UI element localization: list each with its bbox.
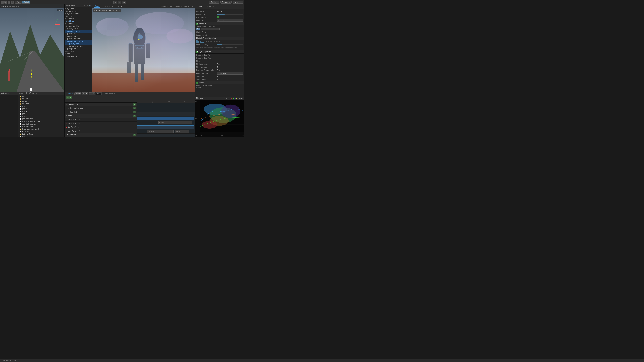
bloom-checkbox[interactable]: ✓ [196,82,198,84]
scene-view[interactable]: Scene ◼ 20 Gizmos ScAll [0,4,64,91]
tl-clearshot-add[interactable]: + [133,111,136,113]
inspector-tab-1[interactable]: Inspector [196,5,206,8]
camera-fov-checkbox[interactable]: ✓ [217,16,219,18]
cam-settings-4[interactable]: ⚙ [79,130,80,132]
hist-min-slider[interactable] [217,55,243,55]
redo-icon[interactable]: ↪ [8,1,10,3]
game-gizmos[interactable]: Gizmos [188,5,193,7]
tl-row-maincam-2[interactable]: Muted [137,120,195,125]
sample-count-slider[interactable] [217,35,243,35]
project-item[interactable]: 📁Prefabs [18,100,64,103]
hierarchy-item[interactable]: Cloud Head [65,20,92,22]
cam-settings-2[interactable]: ⚙ [79,122,80,124]
pause-button[interactable]: ⏸ [118,1,122,4]
project-item[interactable]: 📄post dolly auto red pants [18,120,64,123]
eye-adapt-checkbox[interactable]: ✓ [196,51,198,53]
tl-loop-btn[interactable]: ⟳ [92,92,95,95]
tl-clip-muted-2[interactable]: CM_Feet [147,130,174,133]
project-item[interactable]: 📁Models [18,97,64,100]
cam-settings-1[interactable]: ⚙ [79,119,80,120]
tl-play-btn[interactable]: ▶ [85,92,88,95]
tl-group-cinemachine[interactable]: ▼ Cinemachine + [64,103,136,106]
hierarchy-item[interactable]: ▷ Dolly_auto_ROOT [65,40,92,42]
tl-preview[interactable]: Preview [74,92,81,95]
project-item[interactable]: 📄post 2 [18,108,64,110]
tl-track-maincam-2[interactable]: M MainCamera ⚙ [64,121,136,125]
play-button[interactable]: ▶ [113,1,117,4]
timeline-tab[interactable]: Timeline [66,92,74,95]
game-viewport[interactable]: CM MainCamera: CM_Dolly_auto [92,8,195,91]
project-item[interactable]: 📁Post Processing Stack [18,128,64,130]
collab-button[interactable]: Collab ▼ [209,1,219,3]
tl-tracks-left[interactable]: ▼ Cinemachine + ▶ Cinemachine basic + ▶ … [64,99,137,137]
tl-track-clearshot[interactable]: ▶ Clearshot + [64,110,136,114]
layers-button[interactable]: Layers ▼ [233,1,243,3]
account-button[interactable]: Account ▼ [220,1,232,3]
hierarchy-item[interactable]: Cloud multi [65,17,92,20]
motion-blur-checkbox[interactable]: ✓ [196,23,198,25]
channel-y[interactable]: — [229,97,230,99]
global-button[interactable]: Global [22,1,30,3]
pivot-button[interactable]: Pivot [15,1,22,3]
tl-tracks-right[interactable]: 0 60 120 180 240 300 [137,99,195,137]
channel-b[interactable]: G [234,97,236,99]
hierarchy-item[interactable]: ▷ CM_Dolly 1 [65,27,92,30]
project-item[interactable]: 📄post dolly timeline [18,123,64,125]
hist-max-slider[interactable] [217,58,243,58]
cam-settings-3[interactable]: ⚙ [78,126,79,128]
tl-clip-cmdolly[interactable] [137,125,194,129]
hierarchy-item[interactable]: VirtualCamera1 [65,55,92,58]
hierarchy-item[interactable]: Enviro [65,53,92,55]
project-item[interactable]: 📁Materials [18,95,64,97]
maximize-label[interactable]: Maximize On Play [161,5,173,7]
shutter-full-btn[interactable]: Full [196,28,200,30]
hierarchy-item[interactable]: CM_low close [65,10,92,12]
tl-group-dolly[interactable]: ▼ Dolly + [64,114,136,118]
hierarchy-item[interactable]: Cinemachine dolly [65,25,92,27]
hierarchy-item[interactable]: ▷ Dolly_auto [65,42,92,45]
hierarchy-item[interactable]: CM_wide [65,15,92,17]
project-item[interactable]: 📄post low close [18,125,64,128]
tl-frame-input[interactable] [96,92,102,95]
mute-label[interactable]: Mute Audio [174,5,182,7]
project-item[interactable]: 📄post [18,105,64,108]
tl-track-maincam-1[interactable]: M MainCamera ⚙ [64,118,136,122]
shutter-exposure-btn[interactable]: Exposure time = 100% of ΔT [201,28,220,30]
tl-dolly-add[interactable]: + [133,115,136,117]
tl-basic-add[interactable]: + [133,107,136,109]
shutter-angle-slider[interactable] [217,32,243,32]
step-button[interactable]: ⏭ [122,1,126,4]
menu-icon[interactable]: ☰ [1,1,4,3]
hierarchy-item[interactable]: ▷ TIMELINE_dolly [65,45,92,48]
tl-clip-muted-3[interactable]: Muted [175,130,189,133]
hierarchy-item[interactable]: Cloud Wide [65,22,92,25]
tl-track-cinemachine-basic[interactable]: ▶ Cinemachine basic + [64,106,136,110]
tl-prev-btn[interactable]: ⏮ [82,92,85,95]
project-item[interactable]: 📄am [18,135,64,137]
tl-group-characters[interactable]: ▶ Characters + [64,133,136,137]
tl-track-maincam-3[interactable]: M MainCamera ⚙ [64,129,136,133]
hierarchy-search-icon[interactable]: 🔍 [89,5,91,7]
project-item[interactable]: 📄post 5 [18,113,64,115]
project-item[interactable]: 📁ExternalContent [18,133,64,135]
stats-label[interactable]: Stats [184,5,187,7]
scene-tab[interactable]: Scene [1,5,6,7]
hierarchy-item[interactable]: ▷ CM_Body [65,35,92,37]
hierarchy-item[interactable]: CM_Animated [65,7,92,10]
monitor-display[interactable]: 1.0 0.5 0.0 [195,100,244,137]
tl-add-button[interactable]: Add▾ [66,96,72,99]
project-item[interactable]: 📄post 4 [18,110,64,113]
project-item[interactable]: 📁Modified [18,103,64,105]
scene-gizmos[interactable]: Gizmos [12,5,17,7]
tl-cinemachine-add[interactable]: + [133,103,136,106]
inspector-tab-2[interactable]: Inspector [206,5,215,8]
tl-next-btn[interactable]: ⏭ [89,92,92,95]
tl-chars-add[interactable]: + [133,134,136,136]
game-tab[interactable]: Game [94,5,100,8]
hierarchy-item[interactable]: ▷ CM_Dolly_auto [65,37,92,40]
kernel-value[interactable]: Very Large [217,19,243,22]
channel-r[interactable]: Y [231,97,232,99]
hierarchy-item[interactable]: ▷ Highway [65,48,92,50]
project-item[interactable]: 📄README [18,130,64,133]
tl-row-maincam-1[interactable] [137,116,195,120]
